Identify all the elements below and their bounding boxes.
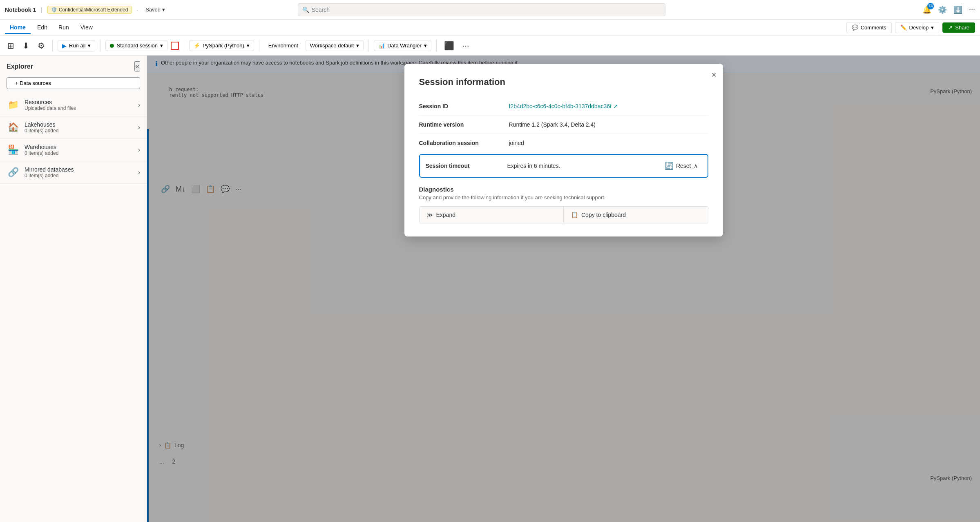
notebook-title: Notebook 1 [5,7,36,13]
menu-item-view[interactable]: View [76,22,98,34]
separator-toolbar-4 [259,40,259,51]
sidebar-item-mirrored[interactable]: 🔗 Mirrored databases 0 item(s) added › [0,161,147,184]
warehouses-title: Warehouses [25,144,133,150]
sidebar-item-resources[interactable]: 📁 Resources Uploaded data and files › [0,94,147,116]
reset-label: Reset [676,163,691,169]
copy-label: Copy to clipboard [581,212,626,218]
separator-toolbar-2 [100,40,100,51]
collab-label: Collaboration session [419,140,501,146]
session-info-modal: × Session information Session ID f2b4d2b… [404,64,723,236]
reset-icon: 🔄 [665,161,674,170]
external-link-icon: ↗ [613,103,618,109]
run-all-button[interactable]: ▶ Run all ▾ [58,40,95,51]
session-id-label: Session ID [419,103,501,109]
modal-title: Session information [419,77,708,87]
reset-button[interactable]: 🔄 Reset ∧ [661,160,702,172]
timeout-label: Session timeout [426,163,507,169]
data-wrangler-icon: 📊 [378,42,385,49]
runtime-row: Runtime version Runtime 1.2 (Spark 3.4, … [419,116,708,134]
content-area: ℹ Other people in your organization may … [147,56,980,522]
diagnostics-section: Diagnostics Copy and provide the followi… [419,186,708,223]
resources-subtitle: Uploaded data and files [25,105,133,111]
separator-2: · [136,7,138,13]
resources-title: Resources [25,99,133,105]
data-wrangler-button[interactable]: 📊 Data Wrangler ▾ [374,40,431,51]
chevron-down-icon-run: ▾ [88,42,91,49]
spark-button[interactable]: ⚡ PySpark (Python) ▾ [189,40,254,51]
chevron-down-icon-spark: ▾ [247,42,250,49]
modal-overlay: × Session information Session ID f2b4d2b… [147,56,980,522]
lakehouses-text: Lakehouses 0 item(s) added [25,121,133,134]
runtime-label: Runtime version [419,121,501,128]
folder-icon: 📁 [7,100,20,110]
mirrored-title: Mirrored databases [25,166,133,173]
comments-button[interactable]: 💬 Comments [846,22,892,33]
comment-icon: 💬 [852,25,858,31]
session-id-row: Session ID f2b4d2bc-c6c6-4c0c-bf4b-3137d… [419,97,708,116]
session-id-link[interactable]: f2b4d2bc-c6c6-4c0c-bf4b-3137ddbac36f ↗ [509,103,708,109]
separator-toolbar-3 [184,40,184,51]
top-bar-icons: 🔔 74 ⚙️ ⬇️ ··· [922,5,975,14]
menu-item-home[interactable]: Home [5,22,31,34]
mirrored-icon: 🔗 [7,167,20,178]
top-bar: Notebook 1 | 🛡️ Confidential\Microsoft E… [0,0,980,20]
develop-label: Develop [909,25,929,31]
data-wrangler-label: Data Wrangler [387,42,422,49]
download-cell-button[interactable]: ⬇ [20,39,32,52]
expand-button[interactable]: ≫ Expand [420,207,564,223]
chevron-up-icon: ∧ [694,163,698,169]
settings-button[interactable]: ⚙️ [938,5,947,14]
sidebar-item-lakehouses[interactable]: 🏠 Lakehouses 0 item(s) added › [0,116,147,139]
more-options-button[interactable]: ··· [969,5,975,14]
stop-button[interactable] [171,42,179,50]
expand-icon: ≫ [427,212,433,218]
chevron-down-icon-workspace: ▾ [356,42,359,49]
sidebar-collapse-button[interactable]: « [134,61,140,71]
env-button[interactable]: Environment [264,40,302,51]
session-id-value: f2b4d2bc-c6c6-4c0c-bf4b-3137ddbac36f ↗ [509,103,708,109]
sidebar-title: Explorer [7,63,33,70]
separator-toolbar-6 [436,40,437,51]
main-layout: Explorer « + Data sources 📁 Resources Up… [0,56,980,522]
workspace-button[interactable]: Workspace default ▾ [306,40,364,51]
modal-close-button[interactable]: × [712,70,717,80]
sidebar-header: Explorer « [0,56,147,77]
resources-text: Resources Uploaded data and files [25,99,133,111]
confidential-label: Confidential\Microsoft Extended [59,7,128,13]
runtime-value: Runtime 1.2 (Spark 3.4, Delta 2.4) [509,121,708,128]
settings-cell-button[interactable]: ⚙ [35,39,47,52]
play-icon: ▶ [62,42,67,49]
session-button[interactable]: Standard session ▾ [105,40,167,51]
lakehouses-title: Lakehouses [25,121,133,128]
lakehouses-subtitle: 0 item(s) added [25,128,133,134]
menu-item-edit[interactable]: Edit [32,22,52,34]
separator-toolbar-1 [52,40,53,51]
add-datasource-label: + Data sources [15,80,51,86]
saved-button[interactable]: Saved ▾ [143,5,167,14]
warehouses-text: Warehouses 0 item(s) added [25,144,133,156]
more-toolbar-button[interactable]: ··· [460,39,472,52]
notification-button[interactable]: 🔔 74 [922,5,931,14]
menu-item-run[interactable]: Run [54,22,74,34]
mirrored-subtitle: 0 item(s) added [25,173,133,178]
menu-right: 💬 Comments ✏️ Develop ▾ ↗ Share [846,22,975,33]
copy-to-clipboard-button[interactable]: 📋 Copy to clipboard [564,207,708,223]
search-input[interactable] [312,7,661,13]
share-button[interactable]: ↗ Share [942,22,975,33]
expand-label: Expand [436,212,455,218]
sidebar-item-warehouses[interactable]: 🏪 Warehouses 0 item(s) added › [0,139,147,161]
timeout-value: Expires in 6 minutes. [507,163,661,169]
env-label: Environment [268,42,298,49]
resources-chevron: › [138,101,140,109]
develop-button[interactable]: ✏️ Develop ▾ [895,22,940,33]
warehouses-subtitle: 0 item(s) added [25,150,133,156]
confidential-badge: 🛡️ Confidential\Microsoft Extended [47,6,132,14]
session-label: Standard session [116,42,157,49]
share-icon: ↗ [948,25,953,31]
add-datasource-button[interactable]: + Data sources [7,77,140,89]
download-button[interactable]: ⬇️ [953,5,962,14]
add-cell-button[interactable]: ⊞ [5,39,17,52]
search-box[interactable]: 🔍 [298,3,665,16]
layout-button[interactable]: ⬛ [442,39,457,52]
shield-icon: 🛡️ [51,7,57,13]
